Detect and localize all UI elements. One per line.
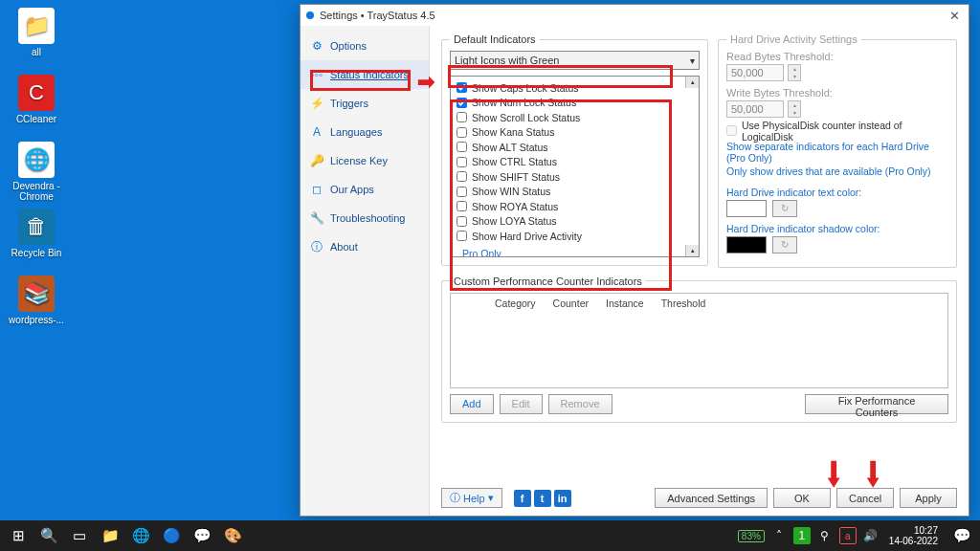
sidebar-item-about[interactable]: ⓘAbout (301, 232, 429, 261)
write-spinner[interactable]: ▴▾ (788, 100, 801, 118)
start-button[interactable]: ⊞ (4, 522, 33, 549)
indicator-checkbox[interactable] (457, 112, 467, 122)
indicators-listbox[interactable]: ▴ Show Caps Lock StatusShow Num Lock Sta… (450, 76, 700, 257)
hdd-settings-group: Hard Drive Activity Settings Read Bytes … (718, 33, 957, 268)
advanced-settings-button[interactable]: Advanced Settings (655, 488, 768, 508)
indicator-checkbox[interactable] (457, 216, 467, 227)
titlebar[interactable]: Settings • TrayStatus 4.5 ✕ (301, 5, 969, 26)
text-color-picker-button[interactable]: ↻ (772, 200, 797, 217)
indicator-checkbox[interactable] (457, 231, 467, 241)
paint-icon[interactable]: 🎨 (218, 522, 247, 549)
indicator-label: Show Num Lock Status (472, 97, 576, 108)
sidebar-icon: A (310, 125, 323, 139)
indicator-label: Show SHIFT Status (472, 171, 560, 183)
indicator-checkbox-row[interactable]: Show ROYA Status (457, 199, 693, 214)
battery-indicator[interactable]: 83% (738, 530, 765, 542)
icon-theme-dropdown[interactable]: Light Icons with Green (450, 51, 700, 70)
edit-button[interactable]: Edit (500, 394, 543, 414)
desktop-icon[interactable]: 🌐Devendra - Chrome (8, 142, 65, 202)
available-drives-link[interactable]: Only show drives that are available (Pro… (726, 165, 948, 177)
indicator-label: Show ROYA Status (472, 201, 558, 212)
taskbar[interactable]: ⊞ 🔍 ▭ 📁 🌐 🔵 💬 🎨 83% ˄ 1 ⚲ a 🔊 10:27 14-0… (0, 520, 980, 551)
chrome-icon[interactable]: 🌐 (126, 522, 155, 549)
tray-capslock-icon[interactable]: a (839, 527, 857, 544)
indicator-checkbox-row[interactable]: Show SHIFT Status (457, 169, 693, 185)
indicator-checkbox[interactable] (457, 82, 467, 93)
task-view-icon[interactable]: ▭ (65, 522, 94, 549)
indicator-checkbox[interactable] (457, 171, 467, 182)
desktop-icon[interactable]: 📁all (8, 8, 65, 57)
sidebar-item-label: Our Apps (330, 184, 374, 195)
facebook-icon[interactable]: f (514, 490, 531, 507)
sidebar-item-license-key[interactable]: 🔑License Key (301, 146, 429, 175)
scroll-up-icon[interactable]: ▴ (685, 77, 699, 88)
ok-button[interactable]: OK (773, 488, 831, 508)
sidebar-item-triggers[interactable]: ⚡Triggers (301, 89, 429, 118)
indicator-checkbox[interactable] (457, 201, 467, 211)
indicator-checkbox-row[interactable]: Show Scroll Lock Status (457, 110, 693, 125)
search-icon[interactable]: 🔍 (34, 522, 63, 549)
app-icon[interactable]: 💬 (188, 522, 216, 549)
pro-only-label: Pro Only (457, 246, 507, 258)
help-button[interactable]: ⓘ Help ▾ (441, 488, 502, 508)
sidebar-item-status-indicators[interactable]: ◦◦◦Status Indicators (301, 60, 429, 89)
desktop-icon[interactable]: CCCleaner (8, 75, 65, 124)
indicator-checkbox-row[interactable]: Show WIN Status (457, 185, 693, 200)
tray-numlock-icon[interactable]: 1 (793, 527, 811, 544)
indicator-checkbox[interactable] (457, 157, 467, 167)
linkedin-icon[interactable]: in (554, 490, 571, 507)
scroll-down-icon[interactable]: ▴ (685, 245, 699, 256)
indicator-checkbox[interactable] (457, 187, 467, 197)
shadow-color-picker-button[interactable]: ↻ (772, 236, 797, 253)
shadow-color-swatch[interactable] (726, 236, 767, 253)
indicator-checkbox-row[interactable]: Show Caps Lock Status (457, 80, 693, 96)
indicator-checkbox-row[interactable]: Show Hard Drive Activity (457, 229, 693, 244)
fix-counters-button[interactable]: Fix Performance Counters (805, 394, 948, 414)
write-threshold-input[interactable] (726, 100, 784, 118)
separate-indicators-link[interactable]: Show separate indicators for each Hard D… (726, 141, 948, 164)
twitter-icon[interactable]: t (534, 490, 551, 507)
indicator-checkbox[interactable] (457, 127, 467, 138)
indicator-label: Show WIN Status (472, 186, 550, 197)
sidebar-item-troubleshooting[interactable]: 🔧Troubleshooting (301, 204, 429, 232)
taskbar-clock[interactable]: 10:27 14-06-2022 (885, 525, 942, 546)
indicator-checkbox-row[interactable]: Show ALT Status (457, 140, 693, 155)
indicator-checkbox-row[interactable]: Show CTRL Status (457, 155, 693, 170)
custom-counters-list[interactable]: Category Counter Instance Threshold (450, 293, 948, 388)
desktop-icon[interactable]: 📚wordpress-... (8, 276, 65, 325)
settings-window: Settings • TrayStatus 4.5 ✕ ⚙Options◦◦◦S… (300, 4, 969, 517)
sidebar-item-our-apps[interactable]: ◻Our Apps (301, 175, 429, 204)
close-icon[interactable]: ✕ (946, 9, 963, 23)
sidebar-icon: ⓘ (310, 239, 323, 255)
read-spinner[interactable]: ▴▾ (788, 64, 801, 81)
use-physicaldisk-checkbox[interactable] (726, 125, 737, 136)
text-color-swatch[interactable] (726, 200, 767, 217)
indicator-checkbox[interactable] (457, 142, 467, 152)
desktop-icon[interactable]: 🗑Recycle Bin (8, 209, 65, 258)
remove-button[interactable]: Remove (548, 394, 612, 414)
apply-button[interactable]: Apply (900, 488, 957, 508)
sidebar-item-languages[interactable]: ALanguages (301, 118, 429, 146)
indicator-checkbox-row[interactable]: Show Kana Status (457, 125, 693, 141)
notifications-icon[interactable]: 💬 (947, 522, 976, 549)
sidebar-icon: ◻ (310, 183, 323, 196)
cancel-button[interactable]: Cancel (836, 488, 894, 508)
indicator-checkbox[interactable] (457, 98, 467, 108)
indicator-checkbox-row[interactable]: Show Num Lock Status (457, 96, 693, 111)
window-title: Settings • TrayStatus 4.5 (320, 10, 435, 21)
sidebar-item-label: Troubleshooting (330, 212, 405, 224)
tray-chevron-icon[interactable]: ˄ (770, 527, 788, 544)
indicator-label: Show ALT Status (472, 142, 548, 153)
wifi-icon[interactable]: ⚲ (816, 527, 834, 544)
add-button[interactable]: Add (450, 394, 494, 414)
file-explorer-icon[interactable]: 📁 (96, 522, 124, 549)
indicator-label: Show Kana Status (472, 126, 554, 138)
text-color-label: Hard Drive indicator text color: (726, 187, 948, 198)
indicator-checkbox-row[interactable]: Show LOYA Status (457, 214, 693, 230)
read-threshold-input[interactable] (726, 64, 784, 81)
edge-icon[interactable]: 🔵 (157, 522, 186, 549)
sidebar-item-label: Languages (330, 126, 382, 138)
volume-icon[interactable]: 🔊 (862, 527, 880, 544)
sidebar-item-options[interactable]: ⚙Options (301, 32, 429, 60)
sidebar-icon: ◦◦◦ (310, 68, 323, 81)
